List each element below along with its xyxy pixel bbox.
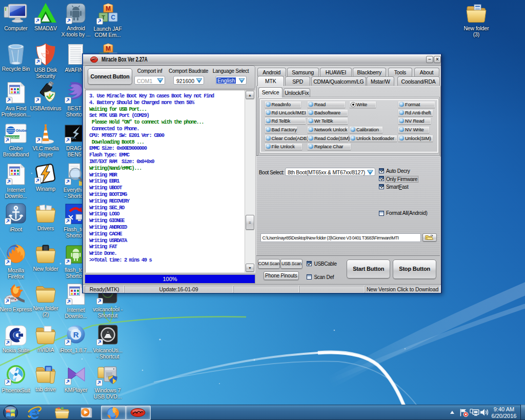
svg-text:M: M (106, 45, 111, 52)
svg-text:C: C (111, 14, 115, 21)
svg-text:R: R (73, 330, 79, 339)
svg-text:M: M (106, 5, 111, 12)
svg-text:Globe: Globe (16, 128, 28, 133)
